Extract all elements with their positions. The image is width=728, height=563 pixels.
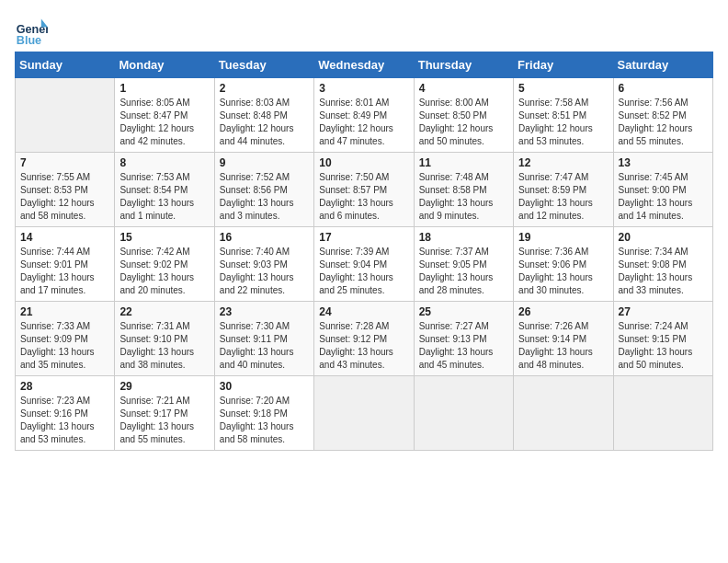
calendar-cell <box>16 78 115 153</box>
calendar-cell: 24Sunrise: 7:28 AM Sunset: 9:12 PM Dayli… <box>314 302 414 376</box>
calendar-cell: 14Sunrise: 7:44 AM Sunset: 9:01 PM Dayli… <box>16 227 115 302</box>
day-number: 15 <box>119 231 209 244</box>
day-info: Sunrise: 8:03 AM Sunset: 8:48 PM Dayligh… <box>220 97 309 148</box>
calendar-cell: 15Sunrise: 7:42 AM Sunset: 9:02 PM Dayli… <box>115 227 214 302</box>
day-number: 19 <box>518 231 608 244</box>
calendar-week-row: 14Sunrise: 7:44 AM Sunset: 9:01 PM Dayli… <box>16 227 713 302</box>
day-info: Sunrise: 7:37 AM Sunset: 9:05 PM Dayligh… <box>419 246 508 297</box>
day-number: 6 <box>619 82 708 95</box>
calendar-cell: 30Sunrise: 7:20 AM Sunset: 9:18 PM Dayli… <box>214 376 313 451</box>
day-number: 11 <box>419 156 508 169</box>
day-number: 12 <box>518 156 608 169</box>
calendar-cell: 18Sunrise: 7:37 AM Sunset: 9:05 PM Dayli… <box>414 227 513 302</box>
day-number: 27 <box>619 305 708 318</box>
day-info: Sunrise: 7:20 AM Sunset: 9:18 PM Dayligh… <box>220 395 309 446</box>
day-number: 20 <box>619 231 708 244</box>
day-number: 28 <box>20 380 109 393</box>
day-number: 29 <box>119 380 209 393</box>
day-info: Sunrise: 7:50 AM Sunset: 8:57 PM Dayligh… <box>319 171 408 223</box>
weekday-header: Thursday <box>414 52 513 78</box>
weekday-header: Monday <box>115 52 214 78</box>
day-info: Sunrise: 7:21 AM Sunset: 9:17 PM Dayligh… <box>119 395 209 446</box>
day-info: Sunrise: 7:39 AM Sunset: 9:04 PM Dayligh… <box>319 246 408 297</box>
day-info: Sunrise: 7:56 AM Sunset: 8:52 PM Dayligh… <box>619 97 708 148</box>
calendar-cell: 25Sunrise: 7:27 AM Sunset: 9:13 PM Dayli… <box>414 302 513 376</box>
weekday-header: Wednesday <box>314 52 414 78</box>
day-number: 26 <box>518 305 608 318</box>
calendar-cell: 10Sunrise: 7:50 AM Sunset: 8:57 PM Dayli… <box>314 153 414 227</box>
calendar-week-row: 1Sunrise: 8:05 AM Sunset: 8:47 PM Daylig… <box>16 78 713 153</box>
day-info: Sunrise: 8:01 AM Sunset: 8:49 PM Dayligh… <box>319 97 408 148</box>
day-info: Sunrise: 7:53 AM Sunset: 8:54 PM Dayligh… <box>119 171 209 223</box>
day-info: Sunrise: 8:05 AM Sunset: 8:47 PM Dayligh… <box>119 97 209 148</box>
calendar-cell: 22Sunrise: 7:31 AM Sunset: 9:10 PM Dayli… <box>115 302 214 376</box>
calendar-cell: 5Sunrise: 7:58 AM Sunset: 8:51 PM Daylig… <box>514 78 613 153</box>
calendar-cell: 27Sunrise: 7:24 AM Sunset: 9:15 PM Dayli… <box>613 302 712 376</box>
day-info: Sunrise: 7:34 AM Sunset: 9:08 PM Dayligh… <box>619 246 708 297</box>
logo: General Blue <box>15 15 48 48</box>
day-number: 1 <box>119 82 209 95</box>
day-info: Sunrise: 7:30 AM Sunset: 9:11 PM Dayligh… <box>220 320 309 372</box>
calendar-cell: 4Sunrise: 8:00 AM Sunset: 8:50 PM Daylig… <box>414 78 513 153</box>
day-info: Sunrise: 7:33 AM Sunset: 9:09 PM Dayligh… <box>20 320 109 372</box>
calendar-cell <box>613 376 712 451</box>
calendar-cell: 29Sunrise: 7:21 AM Sunset: 9:17 PM Dayli… <box>115 376 214 451</box>
calendar-week-row: 7Sunrise: 7:55 AM Sunset: 8:53 PM Daylig… <box>16 153 713 227</box>
calendar-cell: 2Sunrise: 8:03 AM Sunset: 8:48 PM Daylig… <box>214 78 313 153</box>
day-info: Sunrise: 7:28 AM Sunset: 9:12 PM Dayligh… <box>319 320 408 372</box>
weekday-header: Sunday <box>16 52 115 78</box>
calendar-cell: 6Sunrise: 7:56 AM Sunset: 8:52 PM Daylig… <box>613 78 712 153</box>
calendar-week-row: 28Sunrise: 7:23 AM Sunset: 9:16 PM Dayli… <box>16 376 713 451</box>
page-header: General Blue <box>15 15 713 48</box>
weekday-header: Friday <box>514 52 613 78</box>
calendar-cell: 7Sunrise: 7:55 AM Sunset: 8:53 PM Daylig… <box>16 153 115 227</box>
weekday-header: Saturday <box>613 52 712 78</box>
day-number: 14 <box>20 231 109 244</box>
day-number: 18 <box>419 231 508 244</box>
day-info: Sunrise: 7:26 AM Sunset: 9:14 PM Dayligh… <box>518 320 608 372</box>
day-number: 21 <box>20 305 109 318</box>
day-number: 13 <box>619 156 708 169</box>
day-number: 7 <box>20 156 109 169</box>
day-number: 2 <box>220 82 309 95</box>
weekday-header: Tuesday <box>214 52 313 78</box>
calendar-week-row: 21Sunrise: 7:33 AM Sunset: 9:09 PM Dayli… <box>16 302 713 376</box>
day-number: 23 <box>220 305 309 318</box>
day-number: 4 <box>419 82 508 95</box>
day-info: Sunrise: 7:44 AM Sunset: 9:01 PM Dayligh… <box>20 246 109 297</box>
calendar-cell: 20Sunrise: 7:34 AM Sunset: 9:08 PM Dayli… <box>613 227 712 302</box>
calendar-cell: 16Sunrise: 7:40 AM Sunset: 9:03 PM Dayli… <box>214 227 313 302</box>
day-number: 22 <box>119 305 209 318</box>
calendar-cell: 9Sunrise: 7:52 AM Sunset: 8:56 PM Daylig… <box>214 153 313 227</box>
calendar-cell: 28Sunrise: 7:23 AM Sunset: 9:16 PM Dayli… <box>16 376 115 451</box>
day-number: 8 <box>119 156 209 169</box>
calendar-table: SundayMondayTuesdayWednesdayThursdayFrid… <box>15 52 713 451</box>
calendar-cell: 17Sunrise: 7:39 AM Sunset: 9:04 PM Dayli… <box>314 227 414 302</box>
day-info: Sunrise: 7:36 AM Sunset: 9:06 PM Dayligh… <box>518 246 608 297</box>
day-info: Sunrise: 7:23 AM Sunset: 9:16 PM Dayligh… <box>20 395 109 446</box>
day-info: Sunrise: 7:24 AM Sunset: 9:15 PM Dayligh… <box>619 320 708 372</box>
day-info: Sunrise: 7:31 AM Sunset: 9:10 PM Dayligh… <box>119 320 209 372</box>
calendar-cell <box>514 376 613 451</box>
calendar-cell: 3Sunrise: 8:01 AM Sunset: 8:49 PM Daylig… <box>314 78 414 153</box>
day-number: 5 <box>518 82 608 95</box>
day-info: Sunrise: 7:27 AM Sunset: 9:13 PM Dayligh… <box>419 320 508 372</box>
day-number: 17 <box>319 231 408 244</box>
calendar-cell <box>314 376 414 451</box>
day-number: 3 <box>319 82 408 95</box>
day-info: Sunrise: 7:55 AM Sunset: 8:53 PM Dayligh… <box>20 171 109 223</box>
day-info: Sunrise: 7:48 AM Sunset: 8:58 PM Dayligh… <box>419 171 508 223</box>
calendar-cell: 11Sunrise: 7:48 AM Sunset: 8:58 PM Dayli… <box>414 153 513 227</box>
day-number: 16 <box>220 231 309 244</box>
calendar-cell: 21Sunrise: 7:33 AM Sunset: 9:09 PM Dayli… <box>16 302 115 376</box>
calendar-cell: 19Sunrise: 7:36 AM Sunset: 9:06 PM Dayli… <box>514 227 613 302</box>
calendar-cell <box>414 376 513 451</box>
day-info: Sunrise: 7:40 AM Sunset: 9:03 PM Dayligh… <box>220 246 309 297</box>
svg-text:Blue: Blue <box>17 34 41 47</box>
day-number: 30 <box>220 380 309 393</box>
calendar-cell: 26Sunrise: 7:26 AM Sunset: 9:14 PM Dayli… <box>514 302 613 376</box>
calendar-cell: 12Sunrise: 7:47 AM Sunset: 8:59 PM Dayli… <box>514 153 613 227</box>
weekday-header-row: SundayMondayTuesdayWednesdayThursdayFrid… <box>16 52 713 78</box>
logo-icon: General Blue <box>15 15 48 48</box>
day-info: Sunrise: 7:58 AM Sunset: 8:51 PM Dayligh… <box>518 97 608 148</box>
